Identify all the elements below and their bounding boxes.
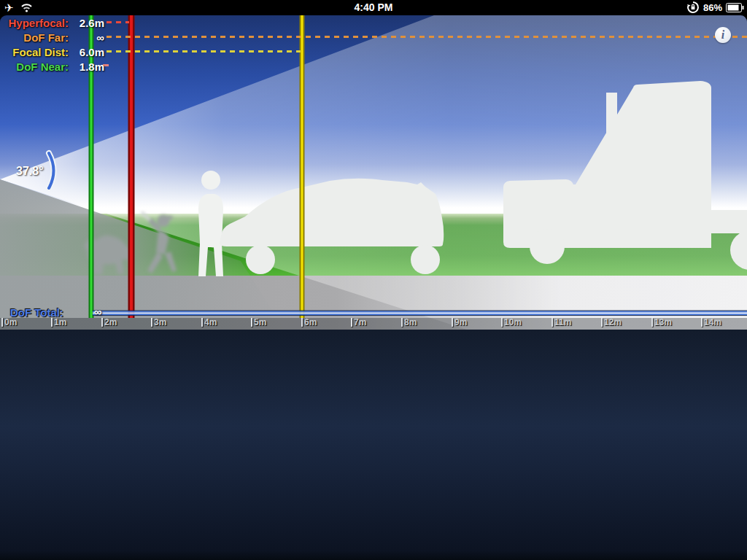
- scene-illustration: [0, 15, 747, 330]
- ruler-label: 11m: [554, 318, 571, 327]
- ruler-tick: [401, 318, 403, 327]
- ruler-label: 10m: [504, 318, 522, 327]
- ruler-label: 0m: [4, 318, 17, 327]
- readout-label: DoF Far:: [0, 31, 69, 44]
- ruler-label: 7m: [354, 318, 366, 327]
- readout-focal-dist: Focal Dist: 6.0m: [0, 46, 109, 61]
- hyperfocal-line[interactable]: [128, 15, 135, 318]
- ruler-tick: [51, 318, 53, 327]
- status-bar: ✈ 4:40 PM 86%: [0, 0, 747, 15]
- readout-value: ∞: [70, 31, 104, 44]
- battery-percent: 86%: [703, 2, 722, 13]
- readout-label: Hyperfocal:: [0, 17, 69, 29]
- rotation-lock-icon: [686, 1, 700, 14]
- ruler-tick: [452, 318, 453, 327]
- distance-ruler: 0m 1m 2m 3m 4m 5m 6m 7m 8m 9m 10m 11m 12…: [0, 318, 747, 330]
- ruler-tick: [601, 318, 603, 327]
- ruler-tick: [701, 318, 703, 327]
- hyperfocal-dash-line: [107, 21, 129, 23]
- readout-value: 6.0m: [70, 46, 104, 58]
- control-panel: Sensor Format: Full Frame APS-H DX APS-C…: [0, 330, 747, 560]
- ruler-tick: [251, 318, 252, 327]
- ruler-tick: [351, 318, 352, 327]
- ruler-label: 13m: [654, 318, 672, 327]
- readout-label: DoF Near:: [0, 61, 69, 73]
- ruler-label: 2m: [104, 318, 117, 327]
- ruler-label: 14m: [704, 318, 721, 327]
- ruler-label: 5m: [254, 318, 266, 327]
- focal-distance-line[interactable]: [300, 15, 305, 318]
- ruler-tick: [151, 318, 152, 327]
- readout-dof-far: DoF Far: ∞: [0, 31, 109, 46]
- ruler-label: 6m: [304, 318, 317, 327]
- ruler-tick: [1, 318, 3, 327]
- battery-icon: [726, 3, 744, 12]
- ruler-label: 8m: [404, 318, 417, 327]
- dof-total-value: ∞: [90, 306, 105, 318]
- angle-of-view-value: 37.8°: [16, 165, 44, 178]
- ruler-label: 3m: [154, 318, 166, 327]
- focal-dist-dash-line: [107, 50, 301, 52]
- readout-value: 1.8m: [70, 61, 104, 73]
- ruler-label: 4m: [204, 318, 217, 327]
- readout-value: 2.6m: [70, 17, 104, 29]
- ruler-label: 1m: [54, 318, 66, 327]
- ruler-tick: [551, 318, 553, 327]
- ruler-tick: [301, 318, 303, 327]
- info-button[interactable]: i: [715, 27, 731, 43]
- ruler-tick: [501, 318, 503, 327]
- ruler-tick: [201, 318, 203, 327]
- dof-far-dash-line: [107, 36, 747, 38]
- ruler-label: 12m: [604, 318, 622, 327]
- ruler-label: 9m: [454, 318, 467, 327]
- readout-hyperfocal: Hyperfocal: 2.6m: [0, 17, 109, 31]
- readout-dof-near: DoF Near: 1.8m: [0, 61, 109, 75]
- ruler-tick: [651, 318, 653, 327]
- dof-total-bar: [93, 311, 747, 316]
- readout-label: Focal Dist:: [0, 46, 69, 58]
- dof-visualization-scene: [0, 15, 747, 330]
- status-bar-clock: 4:40 PM: [0, 1, 747, 13]
- ruler-tick: [101, 318, 103, 327]
